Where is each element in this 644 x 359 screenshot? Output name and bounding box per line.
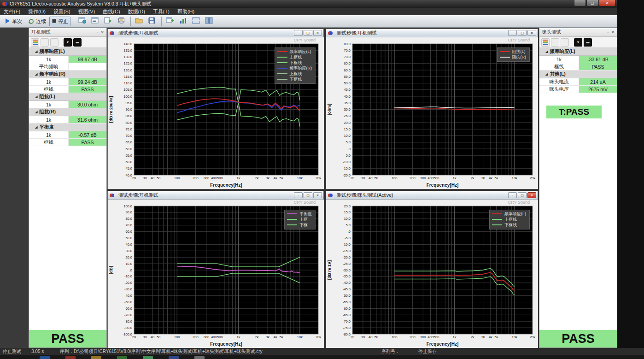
taskbar[interactable] [0,355,644,359]
svg-text:200: 200 [193,176,199,180]
title-bar[interactable]: CRY6151 Electro-acoustic Analysis System… [0,0,617,8]
tile-vertical-button[interactable] [203,16,215,26]
menu-item-8[interactable]: 帮助(H) [177,8,194,15]
minimize-button[interactable]: − [294,192,303,198]
taskbar-app-icon-7[interactable] [194,356,205,359]
legend-entry: 上框 [287,217,312,222]
tile-horizontal-button[interactable] [190,16,202,26]
svg-text:Frequency[Hz]: Frequency[Hz] [210,182,242,188]
result-list-icon[interactable] [31,38,39,47]
save-file-button[interactable] [146,16,158,26]
svg-text:300: 300 [420,176,426,180]
menu-item-2[interactable]: 操作(O) [28,8,46,15]
restore-button[interactable]: ▢ [518,192,527,198]
menu-item-3[interactable]: 设置(S) [53,8,70,15]
minimize-button[interactable]: − [294,30,303,36]
export-report-button[interactable] [102,16,114,26]
tree-group-header[interactable]: ◢频率响应(R) [29,71,106,78]
tree-group-header[interactable]: ◢其他(L) [539,71,617,78]
svg-text:135.0: 135.0 [123,48,132,53]
expand-all-icon[interactable]: ▼ [574,38,582,47]
legend-entry: 上框线 [492,217,526,222]
dock-header-left[interactable]: 耳机测试▫✕ [29,28,106,37]
right-dock-panel: 咪头测试▫✕▼▬◢频率响应(L)1k-33.61 dB框线PASS◢其他(L)咪… [539,28,617,348]
tree-group-header[interactable]: ◢阻抗(L) [29,93,106,101]
svg-text:80.0: 80.0 [125,217,132,221]
svg-text:10k: 10k [297,176,303,180]
restore-button[interactable]: ▢ [304,30,312,36]
minimize-button[interactable]: − [574,0,586,6]
taskbar-app-icon-6[interactable] [169,356,179,359]
toolbar-separator [161,17,162,26]
svg-text:[dB re 20uPa]: [dB re 20uPa] [109,96,113,123]
clear-icon[interactable] [50,38,59,47]
menu-item-4[interactable]: 视图(V) [78,8,95,15]
svg-text:5k: 5k [495,335,498,339]
minimize-button[interactable]: − [508,192,517,198]
svg-text:100.0: 100.0 [123,204,132,208]
tree-group-header[interactable]: ◢频率响应(L) [539,48,617,56]
filter-icon[interactable] [41,38,49,47]
pin-icon[interactable]: ▫ [607,30,609,35]
close-button[interactable]: ✕ [599,0,615,6]
database-button[interactable] [115,16,127,26]
close-button[interactable]: ✕ [313,30,322,36]
run-button-单次[interactable]: 单次 [2,17,24,26]
row-value: PASS [69,86,106,93]
minimize-button[interactable]: − [508,30,517,36]
row-value: -0.57 dB [69,131,106,138]
restore-button[interactable]: ▢ [304,192,312,198]
maximize-button[interactable]: ▢ [586,0,598,6]
close-icon[interactable]: ✕ [100,30,104,35]
close-button[interactable]: ✕ [313,192,322,198]
svg-text:200: 200 [193,335,199,339]
statistics-button[interactable] [177,16,189,26]
chart-window-titlebar[interactable]: 测试步骤:耳机测试−▢✕ [326,29,538,37]
collapse-all-icon[interactable]: ▬ [73,38,82,47]
expand-all-icon[interactable]: ▼ [64,38,72,47]
row-value: 98.67 dB [69,56,106,63]
taskbar-app-icon-5[interactable] [143,356,153,359]
pin-icon[interactable]: ▫ [97,30,98,35]
taskbar-app-icon-1[interactable] [40,356,50,359]
chart-window-titlebar[interactable]: 测试步骤:咪头测试(Active)−▢✕ [326,191,538,200]
run-button-连续[interactable]: 连续 [25,17,48,26]
svg-text:20k: 20k [530,335,535,339]
sequence-settings-button[interactable] [76,16,88,26]
restore-button[interactable]: ▢ [518,30,527,36]
group-name: 阻抗(R) [39,109,56,115]
close-button[interactable]: ✕ [527,192,536,198]
chart-window-titlebar[interactable]: 测试步骤:耳机测试−▢✕ [108,191,323,200]
tree-group-header[interactable]: ◢平衡度 [29,124,106,131]
dock-header-right[interactable]: 咪头测试▫✕ [539,28,617,37]
run-button-停止[interactable]: 停止 [49,17,70,26]
test-plan-button[interactable] [89,16,101,26]
table-row: 1k99.24 dB [29,78,106,86]
tree-group-header[interactable]: ◢频率响应(L) [29,48,106,56]
svg-text:-20.0: -20.0 [124,281,132,285]
close-button[interactable]: ✕ [527,30,536,36]
toolbar: 单次连续停止 [0,15,617,28]
filter-icon[interactable] [551,38,559,47]
legend-swatch [492,219,502,220]
menu-item-6[interactable]: 数据(D) [128,8,145,15]
taskbar-app-icon-2[interactable] [65,356,76,359]
menu-item-5[interactable]: 曲线(C) [103,8,120,15]
row-value: PASS [579,63,617,70]
legend-swatch [277,51,287,52]
collapse-all-icon[interactable]: ▬ [584,38,592,47]
taskbar-app-icon-4[interactable] [117,356,127,359]
tree-group-header[interactable]: ◢阻抗(R) [29,108,106,116]
menu-item-7[interactable]: 工具(T) [153,8,170,15]
taskbar-app-icon-3[interactable] [91,356,101,359]
close-icon[interactable]: ✕ [611,30,615,35]
row-value: -33.61 dB [579,56,617,63]
chart-window-titlebar[interactable]: 测试步骤:耳机测试−▢✕ [108,29,323,37]
chart-window-4: 测试步骤:咪头测试(Active)−▢✕CRY Sound20.015.010.… [326,191,538,348]
result-list-icon[interactable] [541,38,550,47]
svg-text:-10.0: -10.0 [124,274,132,278]
menu-item-1[interactable]: 文件(F) [4,8,20,15]
new-window-button[interactable] [164,16,176,26]
clear-icon[interactable] [561,38,569,47]
open-file-button[interactable] [133,16,145,26]
